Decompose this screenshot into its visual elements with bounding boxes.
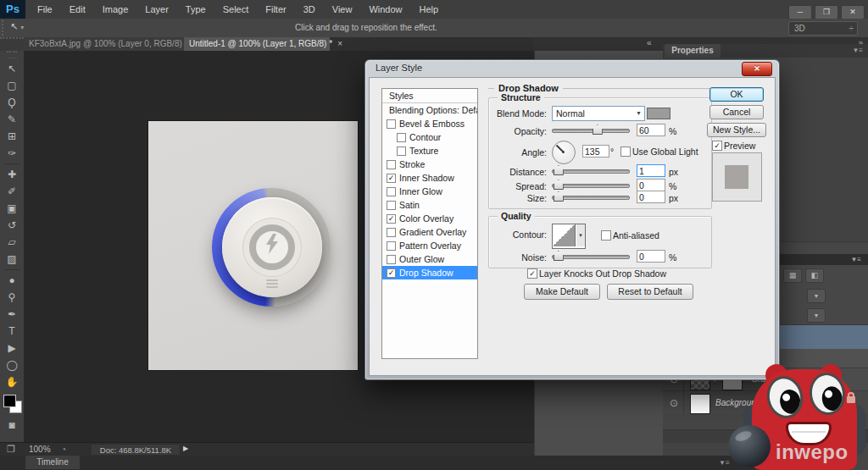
menu-window[interactable]: Window: [360, 0, 410, 19]
panel-menu-icon[interactable]: ▼≡: [850, 256, 861, 263]
eyedropper-tool[interactable]: ✑: [0, 145, 24, 162]
slider-thumb[interactable]: [554, 165, 564, 175]
styles-item-inner-glow[interactable]: Inner Glow: [382, 185, 477, 198]
fill-dropdown-button[interactable]: ▼: [807, 308, 826, 323]
checkbox[interactable]: [387, 255, 396, 264]
menu-help[interactable]: Help: [411, 0, 448, 19]
lasso-tool[interactable]: Ϙ: [0, 94, 24, 111]
document-tab-active[interactable]: Untitled-1 @ 100% (Layer 1, RGB/8) *×: [184, 37, 330, 51]
distance-input[interactable]: [637, 164, 665, 177]
collapse-panels-icon[interactable]: «: [647, 38, 652, 47]
checkbox[interactable]: ✓: [387, 214, 396, 224]
layer-thumbnail[interactable]: [690, 394, 710, 414]
use-global-light-checkbox[interactable]: [620, 147, 631, 157]
type-tool[interactable]: T: [0, 323, 24, 340]
lock-transparent-icon[interactable]: ▦: [783, 268, 802, 283]
size-input[interactable]: [637, 191, 665, 203]
styles-item-pattern-overlay[interactable]: Pattern Overlay: [382, 239, 477, 252]
marquee-tool[interactable]: ▢: [0, 77, 24, 94]
reset-to-default-button[interactable]: Reset to Default: [607, 284, 693, 300]
size-slider[interactable]: [552, 191, 630, 202]
zoom-level[interactable]: 100%: [29, 445, 51, 454]
path-selection-tool[interactable]: ▶: [0, 340, 24, 357]
preview-checkbox[interactable]: ✓: [712, 141, 722, 151]
pen-tool[interactable]: ✒: [0, 306, 24, 323]
opacity-dropdown-button[interactable]: ▼: [807, 289, 826, 303]
screen-mode-icon[interactable]: ❐: [7, 444, 15, 455]
quick-selection-tool[interactable]: ✎: [0, 111, 24, 128]
lock-all-icon[interactable]: ◧: [805, 268, 824, 283]
styles-item-color-overlay[interactable]: ✓Color Overlay: [382, 212, 477, 225]
new-style-button[interactable]: New Style...: [707, 123, 766, 137]
styles-item-outer-glow[interactable]: Outer Glow: [382, 252, 477, 266]
menu-3d[interactable]: 3D: [295, 0, 324, 19]
checkbox[interactable]: ✓: [387, 174, 396, 183]
eraser-tool[interactable]: ▱: [0, 234, 24, 251]
dialog-close-button[interactable]: ✕: [742, 62, 772, 76]
styles-item-texture[interactable]: Texture: [382, 144, 477, 158]
menu-view[interactable]: View: [324, 0, 361, 19]
clone-stamp-tool[interactable]: ▣: [0, 200, 24, 217]
shape-tool[interactable]: ◯: [0, 357, 24, 373]
cancel-button[interactable]: Cancel: [709, 105, 764, 119]
angle-input[interactable]: [582, 145, 609, 158]
checkbox[interactable]: [397, 133, 406, 142]
crop-tool[interactable]: ⊞: [0, 128, 24, 145]
ok-button[interactable]: OK: [709, 87, 764, 102]
menu-layer[interactable]: Layer: [136, 0, 177, 19]
checkbox[interactable]: [387, 119, 396, 129]
history-brush-tool[interactable]: ↺: [0, 217, 24, 234]
panel-menu-icon[interactable]: ▼≡: [852, 47, 863, 54]
styles-item-contour[interactable]: Contour: [382, 130, 477, 144]
menu-type[interactable]: Type: [177, 0, 214, 19]
tab-timeline[interactable]: Timeline: [25, 456, 80, 469]
tab-close-icon[interactable]: ×: [337, 39, 342, 48]
checkbox[interactable]: [387, 187, 396, 196]
spread-input[interactable]: [637, 179, 665, 191]
checkbox[interactable]: ✓: [387, 268, 396, 278]
opacity-input[interactable]: [637, 124, 665, 136]
styles-item-blending-options[interactable]: Blending Options: Default: [382, 103, 477, 117]
restore-button[interactable]: ❐: [815, 5, 838, 19]
foreground-color-swatch[interactable]: [3, 395, 16, 407]
anti-aliased-checkbox[interactable]: [601, 230, 611, 241]
slider-thumb[interactable]: [554, 191, 564, 202]
slider-thumb[interactable]: [554, 180, 564, 190]
checkbox[interactable]: [387, 228, 396, 237]
noise-slider[interactable]: [552, 251, 630, 261]
contour-picker[interactable]: ▼: [552, 224, 586, 249]
checkbox[interactable]: [397, 147, 406, 156]
styles-item-stroke[interactable]: Stroke: [382, 158, 477, 171]
quick-mask-icon[interactable]: ◙: [0, 417, 24, 434]
distance-slider[interactable]: [552, 165, 630, 175]
checkbox[interactable]: [387, 241, 396, 251]
slider-thumb[interactable]: [593, 124, 603, 135]
visibility-eye-icon[interactable]: ⊙: [670, 397, 678, 409]
menu-image[interactable]: Image: [94, 0, 137, 19]
angle-dial[interactable]: [552, 141, 576, 164]
document-tab-inactive[interactable]: KF3oBxtA.jpg @ 100% (Layer 0, RGB/8) *×: [24, 37, 194, 51]
make-default-button[interactable]: Make Default: [524, 284, 600, 300]
spread-slider[interactable]: [552, 180, 630, 190]
panel-menu-icon[interactable]: ▼≡: [719, 459, 730, 467]
layer-knocks-out-checkbox[interactable]: ✓: [527, 268, 537, 279]
styles-item-gradient-overlay[interactable]: Gradient Overlay: [382, 225, 477, 239]
styles-item-inner-shadow[interactable]: ✓Inner Shadow: [382, 171, 477, 185]
styles-item-satin[interactable]: Satin: [382, 198, 477, 212]
gradient-tool[interactable]: ▨: [0, 251, 24, 268]
menu-filter[interactable]: Filter: [257, 0, 294, 19]
move-tool-preset[interactable]: ↖ ▾: [10, 21, 24, 32]
shadow-color-swatch[interactable]: [647, 108, 670, 119]
close-button[interactable]: ✕: [841, 5, 865, 19]
menu-file[interactable]: File: [29, 0, 61, 19]
opacity-slider[interactable]: [552, 124, 630, 135]
checkbox[interactable]: [387, 160, 396, 169]
checkbox[interactable]: [387, 201, 396, 210]
workspace-dropdown[interactable]: 3D ÷: [788, 21, 858, 36]
brush-tool[interactable]: ✐: [0, 183, 24, 200]
menu-select[interactable]: Select: [214, 0, 258, 19]
slider-thumb[interactable]: [554, 251, 564, 261]
styles-item-drop-shadow[interactable]: ✓Drop Shadow: [382, 266, 477, 279]
dodge-tool[interactable]: ⚲: [0, 289, 24, 306]
move-tool[interactable]: ↖: [0, 60, 24, 77]
